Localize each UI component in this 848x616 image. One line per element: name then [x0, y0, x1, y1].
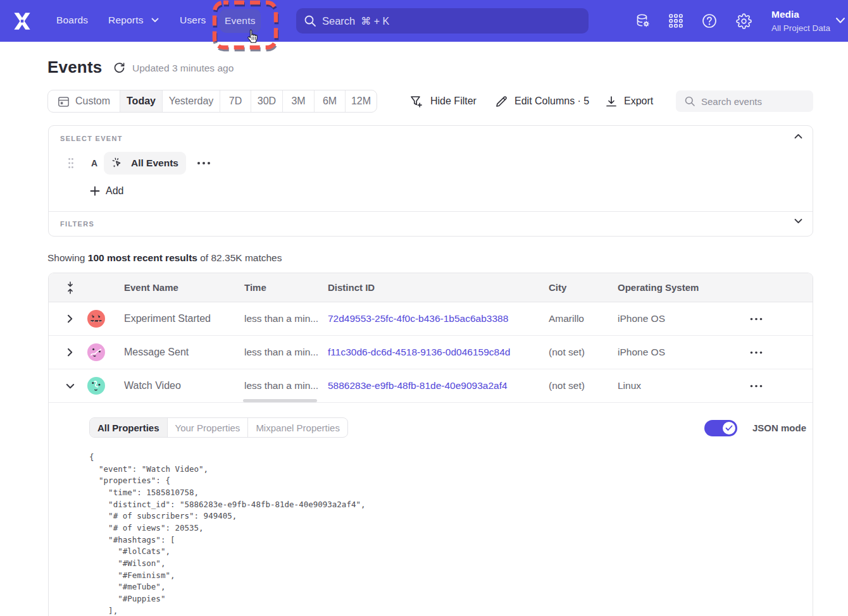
hide-filter-button[interactable]: Hide Filter — [410, 90, 477, 113]
export-label: Export — [624, 95, 653, 107]
hide-filter-label: Hide Filter — [430, 95, 477, 107]
expand-row-chevron-right-icon[interactable] — [54, 348, 86, 357]
download-icon — [606, 95, 617, 108]
range-6m[interactable]: 6M — [315, 90, 346, 112]
collapse-row-chevron-down-icon[interactable] — [54, 383, 86, 389]
step-more-options-icon[interactable] — [197, 161, 211, 165]
range-3m[interactable]: 3M — [283, 90, 315, 112]
distinct-id-link[interactable]: f11c30d6-dc6d-4518-9136-0d046159c84d — [328, 347, 549, 358]
date-range-picker: Custom Today Yesterday 7D 30D 3M 6M 12M — [47, 90, 377, 113]
tab-mixpanel-properties[interactable]: Mixpanel Properties — [248, 418, 347, 437]
tab-all-properties[interactable]: All Properties — [90, 418, 168, 437]
table-row[interactable]: Message Sent less than a min... f11c30d6… — [49, 336, 813, 369]
refresh-icon[interactable] — [113, 62, 125, 74]
event-avatar-pink-face — [87, 343, 105, 361]
horizontal-scrollbar-thumb[interactable] — [243, 399, 317, 402]
os-cell: Linux — [618, 380, 713, 391]
results-prefix: Showing — [47, 252, 88, 263]
add-event-label: Add — [106, 185, 123, 197]
collapse-section-chevron-up-icon[interactable] — [794, 133, 802, 139]
search-events-input[interactable]: Search events — [676, 90, 813, 112]
time-cell: less than a min... — [244, 347, 328, 358]
event-avatar-red-face — [87, 310, 105, 328]
nav-item-events-active[interactable]: Events — [220, 9, 261, 33]
nav-item-users[interactable]: Users — [180, 15, 206, 26]
expand-filters-chevron-down-icon[interactable] — [794, 218, 802, 224]
top-navigation: Boards Reports Users Events Search ⌘ + K — [0, 0, 848, 42]
events-table: Event Name Time Distinct ID City Operati… — [48, 273, 813, 616]
calendar-icon — [58, 95, 70, 108]
distinct-id-link[interactable]: 5886283e-e9fb-48fb-81de-40e9093a2af4 — [328, 380, 549, 391]
event-step-row: A All Events — [49, 151, 813, 175]
column-header-time[interactable]: Time — [244, 282, 328, 293]
help-icon[interactable] — [701, 13, 718, 29]
column-header-distinct-id[interactable]: Distinct ID — [328, 282, 549, 293]
funnel-plus-icon — [410, 95, 423, 108]
query-builder-panel: SELECT EVENT A All Events Add FILTERS — [48, 125, 813, 237]
search-icon — [684, 95, 695, 107]
table-header-row: Event Name Time Distinct ID City Operati… — [49, 273, 813, 302]
results-summary: Showing 100 most recent results of 82.35… — [47, 252, 282, 264]
project-name: Media — [771, 9, 830, 20]
select-event-label: SELECT EVENT — [60, 135, 123, 142]
apps-grid-icon[interactable] — [668, 13, 684, 29]
collapse-all-icon[interactable] — [54, 281, 86, 294]
time-cell: less than a min... — [244, 313, 328, 324]
event-selector-label: All Events — [131, 157, 178, 169]
drag-handle-icon[interactable] — [68, 157, 74, 169]
range-30d[interactable]: 30D — [251, 90, 283, 112]
results-suffix: of 82.35K matches — [197, 252, 282, 263]
json-mode-toggle[interactable] — [704, 420, 737, 436]
events-page: Boards Reports Users Events Search ⌘ + K — [0, 0, 848, 616]
global-search-input[interactable]: Search ⌘ + K — [296, 8, 589, 34]
city-cell: Amarillo — [549, 313, 618, 324]
section-divider — [49, 211, 813, 212]
column-header-event-name[interactable]: Event Name — [124, 282, 244, 293]
event-name-cell: Watch Video — [124, 380, 244, 391]
column-header-operating-system[interactable]: Operating System — [618, 282, 713, 293]
edit-columns-button[interactable]: Edit Columns · 5 — [496, 90, 589, 113]
step-letter: A — [90, 158, 99, 168]
table-row[interactable]: Experiment Started less than a min... 72… — [49, 302, 813, 336]
nav-item-reports-label: Reports — [108, 15, 144, 26]
plus-icon — [90, 186, 100, 196]
row-more-options-icon[interactable] — [713, 317, 813, 321]
time-cell: less than a min... — [244, 380, 328, 391]
city-cell: (not set) — [549, 380, 618, 391]
data-management-icon[interactable] — [635, 13, 651, 29]
nav-item-boards[interactable]: Boards — [56, 15, 88, 26]
tab-your-properties[interactable]: Your Properties — [168, 418, 249, 437]
add-event-button[interactable]: Add — [90, 182, 123, 200]
row-more-options-icon[interactable] — [713, 385, 813, 388]
nav-item-reports[interactable]: Reports — [108, 15, 159, 26]
json-properties-code: { "event": "Watch Video", "properties": … — [89, 452, 366, 616]
distinct-id-link[interactable]: 72d49553-25fc-4f0c-b436-1b5ac6ab3388 — [328, 313, 549, 324]
project-chevron-down-icon[interactable] — [835, 17, 845, 24]
search-icon — [304, 15, 316, 27]
range-12m[interactable]: 12M — [346, 90, 377, 112]
properties-tabs: All Properties Your Properties Mixpanel … — [89, 417, 348, 438]
all-events-sparkle-icon — [111, 157, 125, 170]
range-custom[interactable]: Custom — [48, 90, 120, 112]
row-more-options-icon[interactable] — [713, 351, 813, 354]
settings-gear-icon[interactable] — [735, 13, 752, 29]
export-button[interactable]: Export — [606, 90, 653, 113]
mixpanel-logo-icon[interactable] — [13, 13, 31, 30]
search-placeholder: Search — [322, 15, 355, 27]
project-switcher[interactable]: Media All Project Data — [771, 9, 830, 33]
table-row-expanded[interactable]: Watch Video less than a min... 5886283e-… — [49, 369, 813, 403]
event-avatar-teal-face — [87, 377, 105, 395]
range-custom-label: Custom — [75, 95, 110, 107]
event-selector-chip[interactable]: All Events — [104, 152, 186, 175]
range-yesterday[interactable]: Yesterday — [163, 90, 220, 112]
toggle-knob — [721, 421, 737, 436]
search-events-placeholder: Search events — [701, 96, 762, 107]
os-cell: iPhone OS — [618, 313, 713, 324]
results-count: 100 most recent results — [88, 252, 197, 263]
event-detail-panel: All Properties Your Properties Mixpanel … — [49, 403, 813, 616]
expand-row-chevron-right-icon[interactable] — [54, 314, 86, 323]
range-today[interactable]: Today — [120, 90, 163, 112]
range-7d[interactable]: 7D — [220, 90, 251, 112]
pencil-icon — [496, 95, 508, 108]
column-header-city[interactable]: City — [549, 282, 618, 293]
